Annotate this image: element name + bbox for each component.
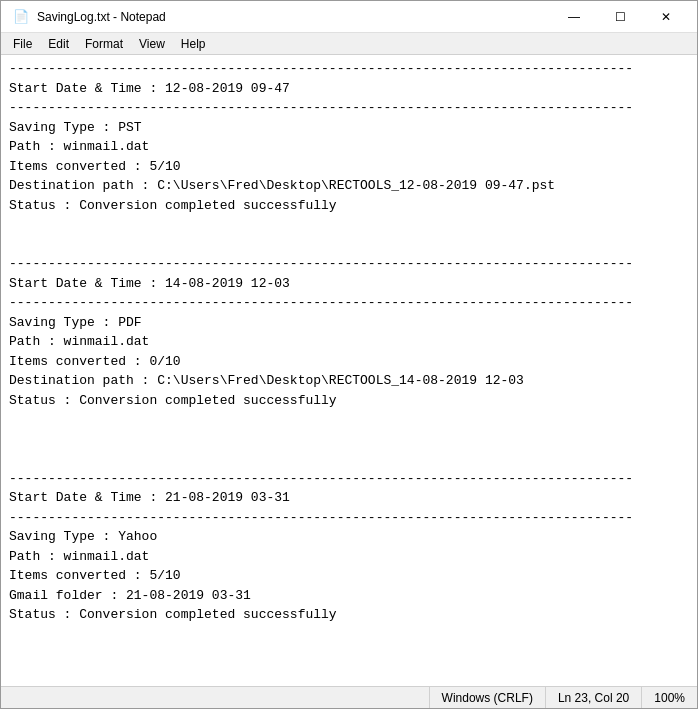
minimize-button[interactable]: — — [551, 1, 597, 33]
maximize-button[interactable]: ☐ — [597, 1, 643, 33]
title-bar: 📄 SavingLog.txt - Notepad — ☐ ✕ — [1, 1, 697, 33]
menu-edit[interactable]: Edit — [40, 35, 77, 53]
status-encoding: Windows (CRLF) — [429, 687, 545, 708]
status-position: Ln 23, Col 20 — [545, 687, 641, 708]
notepad-window: 📄 SavingLog.txt - Notepad — ☐ ✕ File Edi… — [0, 0, 698, 709]
window-title: SavingLog.txt - Notepad — [37, 10, 166, 24]
menu-view[interactable]: View — [131, 35, 173, 53]
title-bar-controls: — ☐ ✕ — [551, 1, 689, 33]
text-content[interactable]: ----------------------------------------… — [1, 55, 697, 686]
menu-help[interactable]: Help — [173, 35, 214, 53]
status-bar: Windows (CRLF) Ln 23, Col 20 100% — [1, 686, 697, 708]
close-button[interactable]: ✕ — [643, 1, 689, 33]
status-zoom: 100% — [641, 687, 697, 708]
app-icon: 📄 — [13, 9, 29, 25]
title-bar-left: 📄 SavingLog.txt - Notepad — [13, 9, 166, 25]
menu-file[interactable]: File — [5, 35, 40, 53]
menu-bar: File Edit Format View Help — [1, 33, 697, 55]
menu-format[interactable]: Format — [77, 35, 131, 53]
